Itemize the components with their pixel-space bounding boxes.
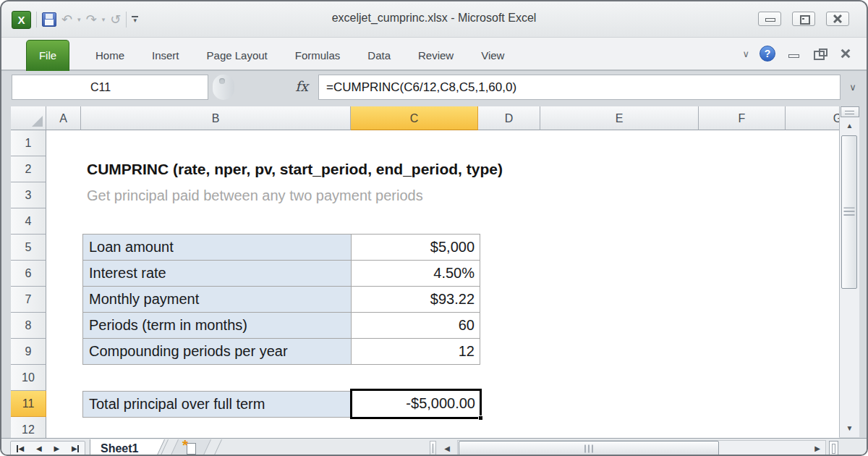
tab-view[interactable]: View xyxy=(481,49,504,62)
new-sheet-star-icon: * xyxy=(182,437,188,454)
ribbon-right-controls: ∨ ? xyxy=(742,38,854,69)
row-header-4[interactable]: 4 xyxy=(11,208,46,235)
expand-formula-bar-icon[interactable]: ∨ xyxy=(843,75,862,100)
tab-divider xyxy=(213,439,222,456)
restore-button[interactable] xyxy=(792,12,815,26)
scroll-up-icon[interactable]: ▲ xyxy=(841,118,859,134)
name-box[interactable]: C11 ▼ xyxy=(12,75,208,100)
workbook-minimize-icon[interactable] xyxy=(786,48,801,59)
cell-value[interactable]: 60 xyxy=(352,312,480,338)
row-headers: 123456789101112 xyxy=(11,130,46,438)
collapse-ribbon-icon[interactable]: ∨ xyxy=(742,48,749,59)
row-header-2[interactable]: 2 xyxy=(11,156,46,182)
next-sheet-icon[interactable]: ▶ xyxy=(54,444,59,452)
cell-label[interactable]: Monthly payment xyxy=(82,286,352,312)
excel-window: X ↶ ▾ ↷ ▾ ↺ ▾ exceljet_cumprinc.xlsx - M… xyxy=(0,0,868,456)
sheet-nav-buttons: ◀ ◀ ▶ ▶ xyxy=(10,441,85,456)
cell-label[interactable]: Compounding periods per year xyxy=(82,338,352,364)
row-header-8[interactable]: 8 xyxy=(11,313,46,339)
last-sheet-icon[interactable]: ▶ xyxy=(72,444,79,452)
row-header-1[interactable]: 1 xyxy=(11,130,46,156)
vertical-scrollbar[interactable]: ▲ ▼ xyxy=(839,106,859,437)
table-row: Loan amount$5,000 xyxy=(82,234,480,260)
insert-function-button[interactable]: fx xyxy=(288,75,315,100)
column-header-B[interactable]: B xyxy=(81,106,351,130)
table-row: Monthly payment$93.22 xyxy=(82,286,480,312)
minimize-button[interactable] xyxy=(758,12,781,26)
title-bar: X ↶ ▾ ↷ ▾ ↺ ▾ exceljet_cumprinc.xlsx - M… xyxy=(1,1,867,38)
tab-home[interactable]: Home xyxy=(95,49,124,62)
window-controls xyxy=(758,12,849,26)
formula-bar: C11 ▼ fx =CUMPRINC(C6/12,C8,C5,1,60,0) ∨ xyxy=(1,71,867,105)
table-row: Interest rate4.50% xyxy=(82,260,480,286)
column-header-F[interactable]: F xyxy=(699,106,786,130)
scroll-down-icon[interactable]: ▼ xyxy=(841,421,859,436)
column-headers: ABCDEFG xyxy=(46,106,839,130)
tab-data[interactable]: Data xyxy=(367,49,391,62)
sheet-tab-sheet1[interactable]: Sheet1 xyxy=(90,439,152,456)
tab-scrollbar-splitter[interactable] xyxy=(430,441,436,456)
cell-value[interactable]: 4.50% xyxy=(352,260,480,286)
table-row: Periods (term in months)60 xyxy=(82,312,480,338)
row-header-12[interactable]: 12 xyxy=(11,417,46,438)
vertical-scrollbar-thumb[interactable] xyxy=(841,135,857,289)
workbook-close-icon[interactable] xyxy=(838,48,854,59)
row-header-5[interactable]: 5 xyxy=(11,235,46,261)
select-all-corner[interactable] xyxy=(11,106,46,130)
sheet-canvas[interactable]: CUMPRINC (rate, nper, pv, start_period, … xyxy=(46,130,839,438)
active-cell-selection[interactable] xyxy=(350,389,482,419)
tab-insert[interactable]: Insert xyxy=(152,49,179,62)
workbook-restore-icon[interactable] xyxy=(812,48,827,59)
close-button[interactable] xyxy=(826,12,849,26)
sheet-subtitle-text: Get principal paid between any two payme… xyxy=(87,182,423,208)
tab-file[interactable]: File xyxy=(26,40,69,71)
tab-review[interactable]: Review xyxy=(418,49,454,62)
previous-sheet-icon[interactable]: ◀ xyxy=(36,444,42,452)
cell-label[interactable]: Periods (term in months) xyxy=(82,312,352,338)
fill-handle[interactable] xyxy=(478,415,483,421)
row-header-7[interactable]: 7 xyxy=(11,287,46,313)
row-header-11[interactable]: 11 xyxy=(11,391,46,417)
help-icon[interactable]: ? xyxy=(760,46,775,62)
column-header-E[interactable]: E xyxy=(540,106,699,130)
column-header-D[interactable]: D xyxy=(478,106,540,130)
row-header-9[interactable]: 9 xyxy=(11,339,46,365)
column-header-A[interactable]: A xyxy=(46,106,81,130)
row-header-6[interactable]: 6 xyxy=(11,261,46,287)
table-row: Compounding periods per year12 xyxy=(82,338,480,364)
cell-label[interactable]: Loan amount xyxy=(82,234,352,260)
column-header-C[interactable]: C xyxy=(351,106,478,130)
cell-value[interactable]: 12 xyxy=(352,338,480,364)
tab-page-layout[interactable]: Page Layout xyxy=(207,49,268,62)
insert-worksheet-icon: * xyxy=(187,443,196,455)
ribbon-tab-row: File HomeInsertPage LayoutFormulasDataRe… xyxy=(1,38,867,71)
scroll-left-icon[interactable]: ◀ xyxy=(438,441,456,456)
cell-label[interactable]: Interest rate xyxy=(82,260,352,286)
result-label-cell[interactable]: Total principal over full term xyxy=(82,391,352,418)
scrollbar-corner-box xyxy=(829,441,838,456)
formula-bar-handle[interactable] xyxy=(213,75,234,100)
ribbon-tabs: HomeInsertPage LayoutFormulasDataReviewV… xyxy=(95,40,504,71)
vertical-split-box[interactable] xyxy=(841,106,859,117)
row-header-10[interactable]: 10 xyxy=(11,365,46,391)
name-box-value: C11 xyxy=(90,81,111,93)
formula-input[interactable]: =CUMPRINC(C6/12,C8,C5,1,60,0) xyxy=(318,75,841,100)
cell-value[interactable]: $93.22 xyxy=(352,286,480,312)
sheet-title-text: CUMPRINC (rate, nper, pv, start_period, … xyxy=(87,156,503,182)
scroll-right-icon[interactable]: ▶ xyxy=(809,441,826,456)
horizontal-scrollbar-thumb[interactable] xyxy=(459,441,719,456)
tab-formulas[interactable]: Formulas xyxy=(295,49,341,62)
row-header-3[interactable]: 3 xyxy=(11,182,46,208)
cell-value[interactable]: $5,000 xyxy=(352,234,480,260)
first-sheet-icon[interactable]: ◀ xyxy=(17,444,24,452)
window-title: exceljet_cumprinc.xlsx - Microsoft Excel xyxy=(1,12,867,25)
column-header-G[interactable]: G xyxy=(786,106,839,130)
insert-worksheet-tab[interactable]: * xyxy=(169,439,211,456)
input-table: Loan amount$5,000Interest rate4.50%Month… xyxy=(82,234,480,365)
sheet-tab-bar: ◀ ◀ ▶ ▶ Sheet1 * ◀ ▶ xyxy=(1,438,867,456)
